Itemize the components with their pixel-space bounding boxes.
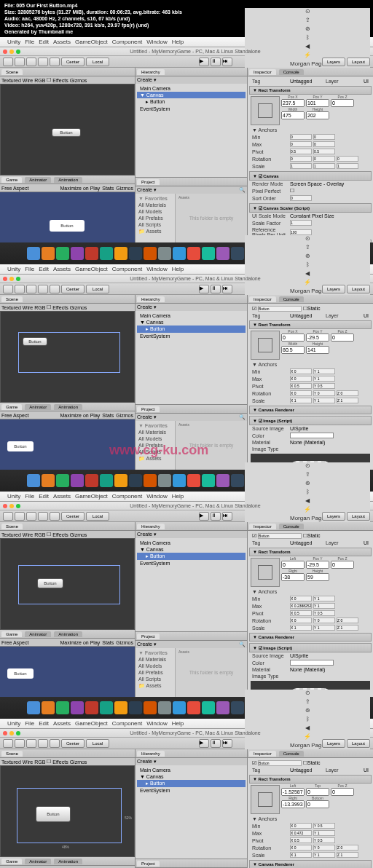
game-tab[interactable]: Game: [1, 177, 22, 183]
breadcrumb[interactable]: Assets: [178, 650, 189, 654]
menu-item[interactable]: Unity: [7, 493, 20, 500]
game-view[interactable]: Button: [0, 646, 135, 697]
pos-x-input[interactable]: [281, 99, 305, 107]
animation-tab[interactable]: Animation: [54, 631, 82, 637]
menu-item[interactable]: Edit: [39, 266, 49, 272]
filter-item[interactable]: All Models: [137, 435, 173, 442]
console-tab[interactable]: Console: [279, 751, 304, 757]
dock-app-icon[interactable]: [114, 247, 127, 260]
component-header[interactable]: ▼ ☑ Image (Script): [249, 643, 372, 652]
menu-item[interactable]: Help: [172, 493, 184, 500]
rotate-tool-icon[interactable]: [26, 512, 36, 521]
hierarchy-tab[interactable]: Hierarchy: [137, 524, 165, 529]
bluetooth-icon[interactable]: ᛒ: [306, 489, 310, 495]
minimize-icon[interactable]: [9, 731, 14, 735]
animation-tab[interactable]: Animation: [54, 404, 82, 410]
menu-item[interactable]: Assets: [53, 720, 71, 727]
console-tab[interactable]: Console: [279, 524, 304, 529]
hierarchy-tab[interactable]: Hierarchy: [137, 69, 165, 75]
pause-button-icon[interactable]: ⏸: [211, 739, 221, 748]
breadcrumb[interactable]: Assets: [178, 422, 189, 427]
menu-item[interactable]: Assets: [53, 493, 71, 500]
breadcrumb[interactable]: Assets: [178, 195, 189, 200]
scene-view[interactable]: Button: [0, 538, 135, 630]
rect-tool-icon[interactable]: [50, 58, 60, 66]
minimize-icon[interactable]: [9, 504, 14, 508]
play-button-icon[interactable]: ▶: [199, 285, 209, 293]
game-view[interactable]: Button: [0, 192, 135, 242]
object-name-input[interactable]: [258, 306, 302, 312]
dock-app-icon[interactable]: [100, 474, 113, 487]
rect-tool-icon[interactable]: [50, 739, 60, 748]
step-button-icon[interactable]: ⏭: [222, 512, 232, 521]
hand-tool-icon[interactable]: [3, 512, 13, 521]
hierarchy-item-button[interactable]: ▸ Button: [137, 553, 246, 560]
hierarchy-panel[interactable]: Main Camera ▼ Canvas ▸ Button EventSyste…: [136, 765, 247, 859]
button-gameobject[interactable]: Button: [52, 128, 81, 137]
battery-icon[interactable]: ⚡: [304, 506, 311, 513]
val-input[interactable]: [331, 334, 354, 342]
hierarchy-item-button[interactable]: ▸ Button: [137, 326, 246, 333]
pos-z-input[interactable]: [331, 99, 354, 107]
status-icon[interactable]: ⇪: [305, 244, 310, 250]
scale-tool-icon[interactable]: [38, 285, 48, 293]
pivot-rotation-button[interactable]: Local: [86, 58, 109, 66]
game-tab[interactable]: Game: [1, 631, 22, 637]
rotate-tool-icon[interactable]: [26, 285, 36, 293]
dock-app-icon[interactable]: [231, 701, 244, 714]
close-icon[interactable]: [3, 277, 7, 281]
menu-item[interactable]: GameObject: [75, 493, 108, 500]
val-input[interactable]: [281, 573, 305, 581]
project-tab[interactable]: Project: [137, 406, 160, 412]
project-tab[interactable]: Project: [137, 179, 160, 185]
create-dropdown[interactable]: Create ▾: [137, 642, 157, 647]
project-sidebar[interactable]: ▼ Favorites All Materials All Models All…: [136, 648, 176, 697]
wifi-icon[interactable]: ⊚: [305, 480, 310, 486]
hierarchy-item-canvas[interactable]: ▼ Canvas: [137, 319, 246, 326]
dock-app-icon[interactable]: [144, 247, 157, 260]
scene-tab[interactable]: Scene: [1, 751, 23, 757]
val-input[interactable]: [281, 334, 305, 342]
dock-app-icon[interactable]: [56, 474, 69, 487]
dock-app-icon[interactable]: [187, 474, 200, 487]
step-button-icon[interactable]: ⏭: [222, 739, 232, 748]
component-header[interactable]: ▼ ☑ Canvas Scaler (Script): [249, 203, 372, 213]
component-header[interactable]: ▼ Canvas Renderer: [249, 633, 372, 642]
favorites-folder[interactable]: ▼ Favorites: [137, 650, 173, 656]
move-tool-icon[interactable]: [15, 285, 25, 293]
layers-dropdown[interactable]: Layers: [322, 285, 345, 293]
val-input[interactable]: [306, 788, 329, 796]
assets-folder[interactable]: 📁 Assets: [137, 682, 173, 690]
dock-app-icon[interactable]: [27, 247, 40, 260]
maximize-icon[interactable]: [16, 731, 20, 735]
minimize-icon[interactable]: [9, 50, 14, 54]
dock-app-icon[interactable]: [202, 474, 215, 487]
animation-tab[interactable]: Animation: [54, 859, 82, 864]
hierarchy-item[interactable]: EventSystem: [137, 560, 246, 567]
menu-item[interactable]: GameObject: [75, 720, 108, 727]
pos-y-input[interactable]: [306, 99, 329, 107]
hierarchy-item[interactable]: Main Camera: [137, 85, 246, 92]
menu-item[interactable]: Edit: [39, 720, 49, 727]
assets-folder[interactable]: 📁 Assets: [137, 228, 173, 235]
hierarchy-item[interactable]: Main Camera: [137, 312, 246, 319]
game-button[interactable]: Button: [7, 441, 34, 451]
component-header[interactable]: ▼ Rect Transform: [249, 548, 372, 556]
dock-app-icon[interactable]: [158, 247, 171, 260]
step-button-icon[interactable]: ⏭: [222, 58, 232, 66]
layout-dropdown[interactable]: Layout: [347, 285, 370, 293]
rotate-tool-icon[interactable]: [26, 739, 36, 748]
val-input[interactable]: [306, 561, 329, 569]
layout-dropdown[interactable]: Layout: [347, 58, 370, 66]
volume-icon[interactable]: ◀: [305, 497, 310, 504]
game-button[interactable]: Button: [50, 220, 85, 232]
menu-item[interactable]: Window: [146, 266, 167, 272]
status-icon[interactable]: ⇪: [305, 698, 310, 705]
button-gameobject[interactable]: Button: [37, 578, 63, 588]
anchor-preset-icon[interactable]: [251, 331, 280, 360]
dock-app-icon[interactable]: [144, 701, 157, 714]
play-button-icon[interactable]: ▶: [199, 739, 209, 748]
dock-app-icon[interactable]: [85, 474, 98, 487]
anchor-preset-icon[interactable]: [251, 96, 280, 125]
menu-item[interactable]: Component: [112, 493, 142, 500]
